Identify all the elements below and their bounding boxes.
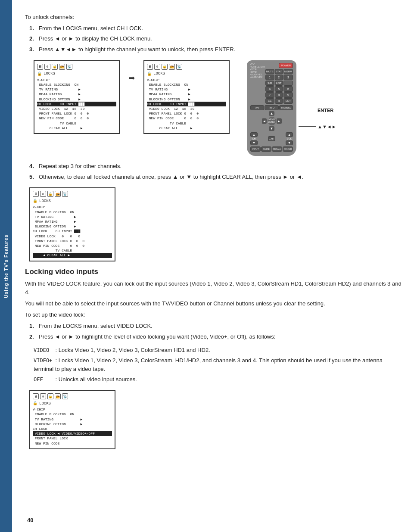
- av-button[interactable]: A/V: [250, 105, 264, 110]
- lock-icon-3: 🔒: [33, 199, 37, 203]
- list-button[interactable]: LIST: [275, 81, 283, 86]
- page-number: 40: [27, 517, 33, 523]
- screen-1-icons: 🖥 ⊙ 🔒 📻 📡: [37, 64, 116, 70]
- locks-label-2: 🔒 LOCKS: [147, 72, 226, 76]
- lock-icon-2: 🔒: [147, 72, 152, 76]
- info-button[interactable]: INFO: [265, 105, 278, 110]
- exit-button[interactable]: EXIT: [268, 136, 275, 141]
- step-2: 2.Press ◄ or ► to display the CH LOCK me…: [29, 34, 402, 44]
- norm-button[interactable]: NORM: [283, 69, 293, 74]
- screen-4: 🖥 ⊙ 🔒 📻 📡 🔒 LOCKS V-CHIP ENABLE BLOCKING…: [29, 390, 115, 449]
- top-btn-grid: MUTE STAT NORM 1 2 3 SUR LIST 4: [265, 69, 293, 104]
- dpad-left-button[interactable]: ◄: [262, 118, 267, 124]
- icon-3-1: 🖥: [33, 191, 39, 197]
- vol-up-button[interactable]: ▲: [286, 132, 293, 137]
- enter-label: ENTER: [318, 108, 333, 113]
- exit-btn-area: EXIT: [268, 132, 275, 145]
- setup-label: To set up the video lock:: [25, 311, 402, 319]
- ch-controls: ▲ CH ▼: [250, 132, 258, 145]
- screen-4-container: 🖥 ⊙ 🔒 📻 📡 🔒 LOCKS V-CHIP ENABLE BLOCKING…: [29, 390, 402, 449]
- btn-6[interactable]: 6: [283, 86, 293, 92]
- step-5: 5.Otherwise, to clear all locked channel…: [29, 173, 402, 182]
- icon-4-3: 🔒: [47, 393, 53, 399]
- locks-label-3: 🔒 LOCKS: [33, 199, 112, 203]
- remote-wrapper: •TV •CABLE/SAT •VCR •DVD •AUD/HD1 •AUD/H…: [247, 60, 303, 156]
- info-row: A/V INFO BROWSE: [250, 105, 293, 110]
- steps-4-5: 4.Repeat step 3 for other channels. 5.Ot…: [29, 162, 402, 182]
- vol-controls: ▲ VOL ▼: [286, 132, 293, 145]
- browse-button[interactable]: BROWSE: [279, 105, 293, 110]
- dpad-annotation: ▲▼◄►: [299, 124, 336, 129]
- ch-vol-row: ▲ CH ▼ EXIT ▲ VOL ▼: [250, 132, 293, 145]
- cc-button[interactable]: CC: [265, 98, 274, 104]
- enter-line: [299, 110, 316, 110]
- intro-unlock-label: To unlock channels:: [25, 13, 402, 22]
- icon-4-1: 🖥: [33, 393, 39, 399]
- page-container: Using the TV's Features To unlock channe…: [0, 0, 411, 532]
- ch-clr-button[interactable]: CH·CLR: [283, 146, 293, 152]
- side-tab: Using the TV's Features: [0, 0, 12, 532]
- btn-2[interactable]: 2: [275, 75, 283, 80]
- icon-3-2: ⊙: [40, 191, 46, 197]
- ch-down-button[interactable]: ▼: [250, 140, 258, 145]
- bottom-btns: INPUT GUIDE RECALL CH·CLR: [250, 146, 293, 152]
- recall-button[interactable]: RECALL: [272, 146, 282, 152]
- step-4: 4.Repeat step 3 for other channels.: [29, 162, 402, 171]
- icon-3-4: 📻: [55, 191, 61, 197]
- dpad-down-button[interactable]: ▼: [269, 126, 275, 131]
- def-video-plus: VIDEO+ : Locks Video 1, Video 2, Video 3…: [34, 356, 402, 373]
- ch-label: CH: [252, 137, 255, 140]
- lock-icon-4: 🔒: [33, 401, 37, 406]
- intro-steps-list: 1.From the LOCKS menu, select CH LOCK. 2…: [29, 24, 402, 54]
- icon-4: 📻: [59, 64, 65, 70]
- def-off: OFF : Unlocks all video input sources.: [34, 375, 402, 384]
- dpad-area: ▲ ▼ ◄ ► MENUENTER: [262, 111, 282, 131]
- section-heading: Locking video inputs: [25, 268, 402, 276]
- arrow-between-screens: ➡: [128, 60, 135, 83]
- menu-enter-button[interactable]: MENUENTER: [268, 117, 276, 125]
- dpad-right-button[interactable]: ►: [277, 118, 282, 124]
- section-para2: You will not be able to select the input…: [25, 299, 402, 308]
- step-3: 3.Press ▲▼◄► to highlight the channel yo…: [29, 45, 402, 54]
- icon-2-2: ⊙: [154, 64, 160, 70]
- screen-2: 🖥 ⊙ 🔒 📻 📡 🔒 LOCKS V-CHIP ENABLE BLOCKING…: [143, 60, 230, 134]
- input-button[interactable]: INPUT: [250, 146, 261, 152]
- step-1: 1.From the LOCKS menu, select CH LOCK.: [29, 24, 402, 33]
- section-para1: With the VIDEO LOCK feature, you can loc…: [25, 280, 402, 297]
- vol-down-button[interactable]: ▼: [286, 140, 293, 145]
- dpad-label: ▲▼◄►: [318, 124, 336, 129]
- power-button[interactable]: POWER: [279, 63, 293, 68]
- btn-7[interactable]: 7: [265, 92, 274, 98]
- ch-up-button[interactable]: ▲: [250, 132, 258, 137]
- def-video: VIDEO : Locks Video 1, Video 2, Video 3,…: [34, 346, 402, 355]
- icon-5: 📡: [66, 64, 72, 70]
- status-button[interactable]: STAT: [275, 69, 283, 74]
- guide-button[interactable]: GUIDE: [261, 146, 271, 152]
- remote-top: •TV •CABLE/SAT •VCR •DVD •AUD/HD1 •AUD/H…: [250, 63, 293, 104]
- vl-step-2: 2.Press ◄ or ► to highlight the level of…: [29, 333, 402, 342]
- icon-4-2: ⊙: [40, 393, 46, 399]
- dpad-up-button[interactable]: ▲: [269, 111, 275, 116]
- btn-3[interactable]: 3: [283, 75, 293, 80]
- screen-4-icons: 🖥 ⊙ 🔒 📻 📡: [33, 393, 112, 399]
- icon-2-4: 📻: [169, 64, 175, 70]
- btn-5[interactable]: 5: [275, 86, 283, 92]
- icon-2-1: 🖥: [147, 64, 153, 70]
- mute-button[interactable]: MUTE: [265, 69, 274, 74]
- btn-9[interactable]: 9: [283, 92, 293, 98]
- remote-right-col: POWER MUTE STAT NORM 1 2 3 SUR LIST: [265, 63, 293, 104]
- icon-2: ⊙: [44, 64, 50, 70]
- remote-control: •TV •CABLE/SAT •VCR •DVD •AUD/HD1 •AUD/H…: [247, 60, 303, 156]
- btn-blank: [283, 81, 293, 86]
- btn-0[interactable]: 0: [275, 98, 283, 104]
- btn-8[interactable]: 8: [275, 92, 283, 98]
- surround-button[interactable]: SUR: [265, 81, 274, 86]
- main-content: To unlock channels: 1.From the LOCKS men…: [12, 0, 411, 532]
- lock-icon-1: 🔒: [37, 72, 42, 76]
- dpad-line: [299, 126, 316, 127]
- vol-label: VOL: [287, 137, 292, 140]
- btn-4[interactable]: 4: [265, 86, 274, 92]
- ent-button[interactable]: ENT: [283, 98, 293, 104]
- btn-1[interactable]: 1: [265, 75, 274, 80]
- enter-annotation: ENTER: [299, 108, 333, 113]
